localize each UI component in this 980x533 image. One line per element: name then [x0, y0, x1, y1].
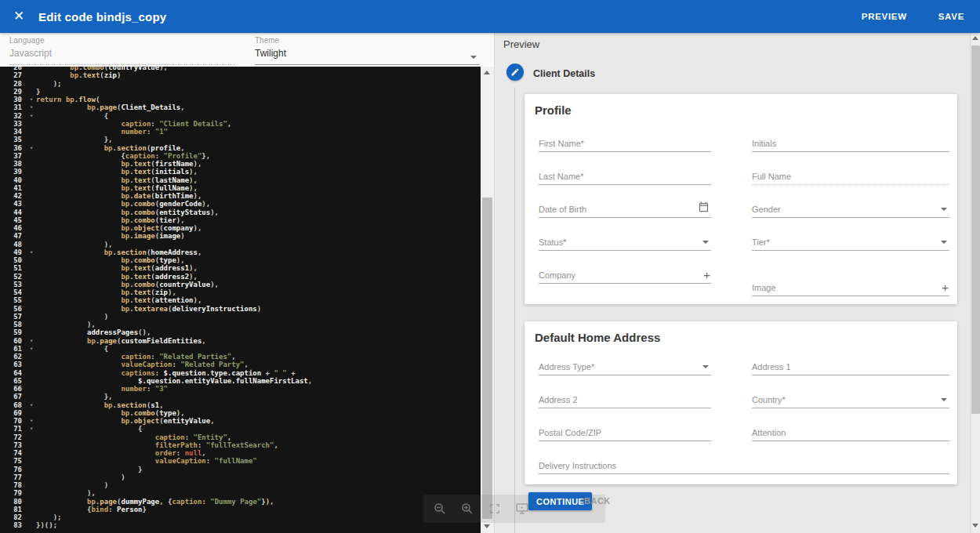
code-line[interactable]: 43 bp.combo(genderCode),: [0, 200, 481, 208]
code-editor[interactable]: 26 bp.combo(countryValue),27 bp.text(zip…: [0, 67, 481, 533]
field-address-1[interactable]: Address 1: [752, 349, 949, 375]
step-edit-icon[interactable]: [506, 63, 524, 81]
fold-icon[interactable]: ▾: [27, 337, 36, 345]
field-delivery-instructions[interactable]: Delivery Instructions: [539, 448, 949, 474]
code-line[interactable]: 36▾ bp.section(profile,: [0, 144, 481, 152]
field-initials[interactable]: Initials: [752, 125, 949, 152]
code-line[interactable]: 63 valueCaption: "Related Party",: [0, 361, 481, 368]
scroll-up-icon[interactable]: [972, 36, 978, 40]
editor-scrollbar-thumb[interactable]: [482, 198, 492, 519]
code-line[interactable]: 83})();: [0, 521, 481, 529]
code-line[interactable]: 42 bp.date(birthTime),: [0, 192, 481, 200]
scroll-down-icon[interactable]: [484, 524, 490, 528]
code-line[interactable]: 73 filterPath: "fullTextSearch",: [0, 441, 481, 449]
field-country[interactable]: Country*: [752, 382, 949, 408]
code-line[interactable]: 67 },: [0, 393, 481, 401]
code-line[interactable]: 65 $.question.entityValue.fullNameFirstL…: [0, 377, 481, 385]
zoom-out-icon[interactable]: [433, 502, 447, 516]
field-last-name[interactable]: Last Name*: [539, 158, 711, 185]
code-line[interactable]: 35 },: [0, 136, 481, 143]
add-icon[interactable]: +: [942, 281, 949, 294]
scroll-up-icon[interactable]: [484, 71, 490, 74]
code-line[interactable]: 41 bp.text(fullName),: [0, 184, 481, 192]
field-attention[interactable]: Attention: [752, 415, 949, 441]
fold-icon[interactable]: ▾: [27, 417, 36, 425]
code-line[interactable]: 28 );: [0, 80, 481, 88]
code-line[interactable]: 53 bp.combo(countryValue),: [0, 281, 481, 288]
field-address-2[interactable]: Address 2: [539, 382, 711, 408]
fold-icon[interactable]: ▾: [27, 248, 36, 256]
code-line[interactable]: 40 bp.text(lastName),: [0, 176, 481, 184]
field-first-name[interactable]: First Name*: [539, 125, 711, 152]
code-line[interactable]: 79 ),: [0, 489, 481, 497]
fold-icon[interactable]: ▾: [27, 96, 36, 103]
code-line[interactable]: 80 bp.page(dummyPage, {caption: "Dummy P…: [0, 498, 481, 506]
save-button[interactable]: SAVE: [938, 12, 964, 21]
code-line[interactable]: 72 caption: "Entity",: [0, 433, 481, 441]
code-line[interactable]: 31▾ bp.page(Client_Details,: [0, 103, 481, 111]
code-line[interactable]: 61▾ {: [0, 345, 481, 353]
code-line[interactable]: 76 }: [0, 466, 481, 473]
code-line[interactable]: 49▾ bp.section(homeAddress,: [0, 248, 481, 256]
close-icon[interactable]: ✕: [11, 9, 27, 24]
code-line[interactable]: 75 valueCaption: "fullName": [0, 457, 481, 465]
code-line[interactable]: 50 bp.combo(type),: [0, 256, 481, 264]
code-line[interactable]: 44 bp.combo(entityStatus),: [0, 208, 481, 216]
code-line[interactable]: 51 bp.text(address1),: [0, 264, 481, 272]
fold-icon[interactable]: ▾: [27, 103, 36, 111]
fold-icon[interactable]: ▾: [27, 425, 36, 433]
code-line[interactable]: 45 bp.combo(tier),: [0, 216, 481, 224]
presentation-icon[interactable]: [515, 502, 529, 516]
code-line[interactable]: 30▾return bp.flow(: [0, 96, 481, 103]
fold-icon[interactable]: ▾: [27, 112, 36, 120]
add-icon[interactable]: +: [703, 268, 710, 281]
fullscreen-icon[interactable]: [488, 502, 502, 516]
preview-scrollbar[interactable]: [970, 33, 980, 533]
code-line[interactable]: 74 order: null,: [0, 449, 481, 457]
field-image[interactable]: Image+: [752, 270, 949, 296]
theme-select[interactable]: Theme Twilight: [255, 36, 480, 65]
code-line[interactable]: 71▾ {: [0, 425, 481, 433]
code-line[interactable]: 47 bp.image(image): [0, 232, 481, 240]
field-tier[interactable]: Tier*: [752, 224, 949, 251]
code-line[interactable]: 27 bp.text(zip): [0, 71, 481, 79]
field-date-of-birth[interactable]: Date of Birth: [539, 191, 711, 218]
fold-icon[interactable]: ▾: [27, 401, 36, 409]
code-line[interactable]: 59 addressPages(),: [0, 328, 481, 336]
code-line[interactable]: 62 caption: "Related Parties",: [0, 353, 481, 361]
fold-icon[interactable]: ▾: [27, 345, 36, 353]
preview-scrollbar-thumb[interactable]: [971, 45, 980, 414]
code-line[interactable]: 68▾ bp.section(s1,: [0, 401, 481, 409]
field-company[interactable]: Company+: [539, 257, 711, 284]
code-line[interactable]: 82 );: [0, 513, 481, 521]
zoom-in-icon[interactable]: [460, 502, 474, 516]
code-line[interactable]: 33 caption: "Client Details",: [0, 120, 481, 128]
code-line[interactable]: 55 bp.text(attention),: [0, 296, 481, 304]
code-line[interactable]: 64 captions: $.question.type.caption + "…: [0, 369, 481, 377]
code-line[interactable]: 34 number: "1": [0, 128, 481, 136]
editor-scrollbar[interactable]: [481, 67, 494, 533]
field-gender[interactable]: Gender: [752, 191, 949, 218]
code-line[interactable]: 38 bp.text(firstName),: [0, 160, 481, 168]
code-line[interactable]: 29}: [0, 88, 481, 96]
code-line[interactable]: 37 {caption: "Profile"},: [0, 152, 481, 160]
code-line[interactable]: 58 ),: [0, 321, 481, 328]
code-line[interactable]: 39 bp.text(initials),: [0, 168, 481, 176]
fold-icon[interactable]: ▾: [27, 144, 36, 152]
field-postal-code-zip[interactable]: Postal Code/ZIP: [539, 415, 711, 441]
code-line[interactable]: 60▾ bp.page(customFieldEntities,: [0, 337, 481, 345]
code-line[interactable]: 48 ),: [0, 241, 481, 248]
field-status[interactable]: Status*: [539, 224, 711, 251]
code-line[interactable]: 69 bp.combo(type),: [0, 409, 481, 417]
code-line[interactable]: 56 bp.textarea(deliveryInstructions): [0, 305, 481, 313]
code-line[interactable]: 54 bp.text(zip),: [0, 288, 481, 296]
code-line[interactable]: 46 bp.object(company),: [0, 224, 481, 232]
code-line[interactable]: 78 ): [0, 481, 481, 489]
code-line[interactable]: 66 number: "3": [0, 385, 481, 393]
code-line[interactable]: 52 bp.text(address2),: [0, 273, 481, 281]
code-line[interactable]: 70▾ bp.object(entityValue,: [0, 417, 481, 425]
scroll-down-icon[interactable]: [972, 524, 978, 528]
code-line[interactable]: 57 ): [0, 313, 481, 321]
continue-button[interactable]: CONTINUE: [528, 492, 592, 510]
field-address-type[interactable]: Address Type*: [539, 349, 711, 375]
